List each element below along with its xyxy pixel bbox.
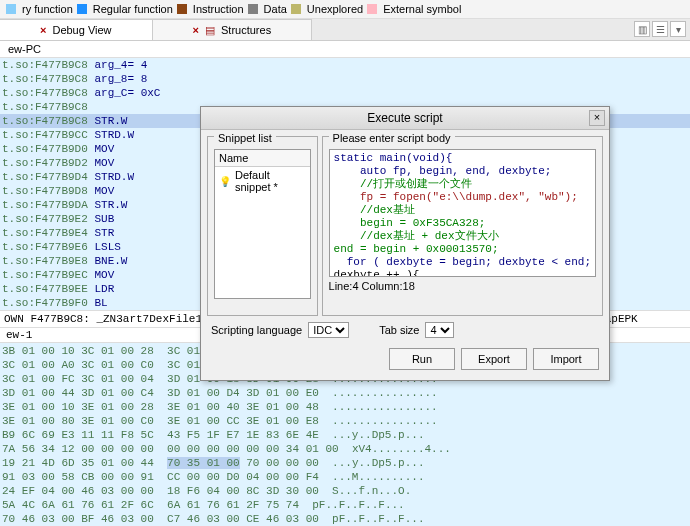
dialog-title-bar[interactable]: Execute script × (201, 107, 609, 130)
hex-line[interactable]: 3D 01 00 44 3D 01 00 C4 3D 01 00 D4 3D 0… (2, 386, 688, 400)
legend-label: ry function (22, 3, 73, 15)
legend-swatch (291, 4, 301, 14)
legend-swatch (77, 4, 87, 14)
script-body-title: Please enter script body (329, 132, 455, 144)
legend-label: Instruction (193, 3, 244, 15)
script-body-panel: Please enter script body static main(voi… (322, 136, 603, 316)
hex-line[interactable]: 91 03 00 58 CB 00 00 91 CC 00 00 D0 04 0… (2, 470, 688, 484)
hex-line[interactable]: 7A 56 34 12 00 00 00 00 00 00 00 00 00 0… (2, 442, 688, 456)
legend-label: Data (264, 3, 287, 15)
disasm-line[interactable]: t.so:F477B9C8 arg_4= 4 (0, 58, 690, 72)
legend-label: External symbol (383, 3, 461, 15)
import-button[interactable]: Import (533, 348, 599, 370)
execute-script-dialog: Execute script × Snippet list Name Defau… (200, 106, 610, 381)
layout2-icon[interactable]: ☰ (652, 21, 668, 37)
close-icon[interactable]: × (589, 110, 605, 126)
scripting-language-label: Scripting language (211, 324, 302, 336)
snippet-item[interactable]: Default snippet * (215, 167, 310, 195)
tab-toolbar: ▥ ☰ ▾ (630, 19, 690, 40)
x-icon: × (193, 24, 199, 36)
hex-line[interactable]: 19 21 4D 6D 35 01 00 44 70 35 01 00 70 0… (2, 456, 688, 470)
window-subtitle: ew-PC (0, 41, 690, 58)
disasm-line[interactable]: t.so:F477B9C8 arg_C= 0xC (0, 86, 690, 100)
legend-label: Regular function (93, 3, 173, 15)
snippet-list-title: Snippet list (214, 132, 276, 144)
tab-label: Debug View (52, 24, 111, 36)
legend-swatch (367, 4, 377, 14)
legend-bar: ry function Regular function Instruction… (0, 0, 690, 19)
cursor-position: Line:4 Column:18 (329, 277, 596, 292)
x-icon: × (40, 24, 46, 36)
hex-line[interactable]: B9 6C 69 E3 11 11 F8 5C 43 F5 1F E7 1E 8… (2, 428, 688, 442)
tab-debug-view[interactable]: × Debug View (0, 19, 153, 40)
legend-label: Unexplored (307, 3, 363, 15)
tab-label: Structures (221, 24, 271, 36)
tab-structures[interactable]: × ▤ Structures (153, 19, 313, 40)
legend-swatch (177, 4, 187, 14)
legend-swatch (248, 4, 258, 14)
snippet-header[interactable]: Name (215, 150, 310, 167)
hex-line[interactable]: 3E 01 00 80 3E 01 00 C0 3E 01 00 CC 3E 0… (2, 414, 688, 428)
tab-size-label: Tab size (379, 324, 419, 336)
layout-icon[interactable]: ▥ (634, 21, 650, 37)
run-button[interactable]: Run (389, 348, 455, 370)
view-tabs: × Debug View × ▤ Structures ▥ ☰ ▾ (0, 19, 690, 41)
snippet-list-panel: Snippet list Name Default snippet * (207, 136, 318, 316)
dialog-title: Execute script (367, 111, 442, 125)
tab-size-select[interactable]: 4 (425, 322, 454, 338)
hex-line[interactable]: 3E 01 00 10 3E 01 00 28 3E 01 00 40 3E 0… (2, 400, 688, 414)
hex-line[interactable]: 5A 4C 6A 61 76 61 2F 6C 6A 61 76 61 2F 7… (2, 498, 688, 512)
disasm-line[interactable]: t.so:F477B9C8 arg_8= 8 (0, 72, 690, 86)
dropdown-icon[interactable]: ▾ (670, 21, 686, 37)
export-button[interactable]: Export (461, 348, 527, 370)
struct-icon: ▤ (205, 24, 215, 37)
scripting-language-select[interactable]: IDC (308, 322, 349, 338)
hex-line[interactable]: 24 EF 04 00 46 03 00 00 18 F6 04 00 8C 3… (2, 484, 688, 498)
hex-line[interactable]: 70 46 03 00 BF 46 03 00 C7 46 03 00 CE 4… (2, 512, 688, 526)
legend-swatch (6, 4, 16, 14)
script-textarea[interactable]: static main(void){ auto fp, begin, end, … (329, 149, 596, 277)
